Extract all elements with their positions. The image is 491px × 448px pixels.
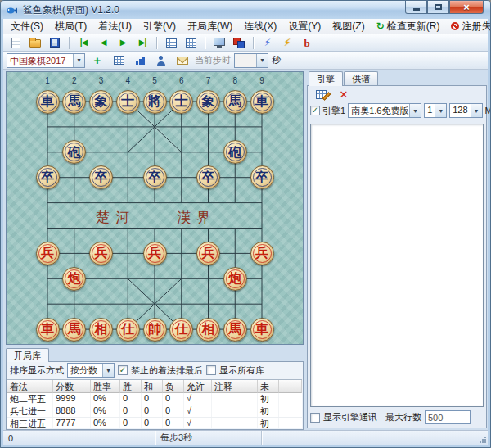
menu-item-engine[interactable]: 引擎(V)	[137, 19, 182, 34]
board-piece[interactable]: 士	[116, 90, 140, 114]
board-view-button[interactable]	[162, 35, 180, 51]
table-header-8[interactable]: 注释	[212, 380, 258, 393]
show-engine-comm-checkbox[interactable]	[310, 413, 320, 423]
board-piece[interactable]: 炮	[62, 267, 86, 291]
table-header-6[interactable]: 负	[163, 380, 184, 393]
engine-hash-combo[interactable]: 128 ▾	[449, 103, 482, 118]
engine1-checkbox[interactable]	[310, 106, 320, 115]
engine-output-list[interactable]	[310, 124, 484, 407]
board-piece[interactable]: 砲	[62, 140, 86, 164]
table-header-7[interactable]: 允许	[184, 380, 212, 393]
close-button[interactable]: ×	[449, 1, 484, 14]
board-piece[interactable]: 象	[196, 90, 220, 114]
step-time-combo[interactable]: — ▾	[234, 53, 268, 68]
board-piece[interactable]: 車	[250, 318, 274, 342]
engine-match-button[interactable]	[230, 35, 248, 51]
table-cell: √	[184, 393, 212, 405]
board-piece[interactable]: 相	[89, 318, 113, 342]
menu-item-moves[interactable]: 着法(U)	[92, 19, 137, 34]
board-piece[interactable]: 卒	[143, 165, 167, 189]
table-row[interactable]: 兵七进一88880%000√初	[7, 405, 302, 418]
max-lines-input[interactable]	[425, 410, 471, 424]
table-header-4[interactable]: 胜	[120, 380, 142, 393]
menu-item-check-update[interactable]: ↻检查更新(R)	[371, 19, 446, 34]
table-row[interactable]: 相三进五77770%000√初	[7, 418, 302, 428]
online-play-button[interactable]	[210, 35, 228, 51]
engine-go-button[interactable]: ⚡	[278, 35, 296, 51]
save-button[interactable]	[46, 35, 64, 51]
titlebar[interactable]: 鲨鱼象棋(界面) V1.2.0 ×	[1, 1, 490, 19]
board-piece[interactable]: 馬	[223, 318, 247, 342]
resize-grip[interactable]	[479, 436, 486, 443]
add-engine-button[interactable]	[312, 87, 330, 102]
edit-book-button[interactable]	[110, 52, 128, 68]
tab-score-sheet[interactable]: 供谱	[344, 71, 378, 86]
board-piece[interactable]: 帥	[143, 318, 167, 342]
last-move-button[interactable]: ▶|	[133, 35, 151, 51]
board-piece[interactable]: 將	[143, 90, 167, 114]
menu-item-online[interactable]: 连线(X)	[238, 19, 282, 34]
prev-move-button[interactable]: ◀	[94, 35, 112, 51]
board-piece[interactable]: 馬	[62, 318, 86, 342]
tab-opening-book[interactable]: 开局库	[6, 348, 49, 362]
board-piece[interactable]: 卒	[196, 165, 220, 189]
menu-item-label: 着法(U)	[98, 20, 132, 34]
menu-item-opening-book[interactable]: 开局库(W)	[182, 19, 238, 34]
next-move-button[interactable]: ▶	[114, 35, 132, 51]
first-move-button[interactable]: |◀	[74, 35, 92, 51]
board-piece[interactable]: 士	[169, 90, 193, 114]
board-piece[interactable]: 兵	[143, 242, 167, 265]
show-all-books-checkbox[interactable]	[206, 365, 216, 375]
flip-board-button[interactable]	[182, 35, 200, 51]
piece-label: 士	[175, 95, 188, 108]
menu-item-file[interactable]: 文件(S)	[5, 19, 49, 34]
engine-threads-combo[interactable]: 1 ▾	[424, 103, 447, 118]
board-piece[interactable]: 仕	[169, 318, 193, 342]
table-header-2[interactable]: 分数	[53, 380, 91, 393]
menu-item-settings[interactable]: 设置(Y)	[282, 19, 327, 34]
menu-item-game[interactable]: 棋局(T)	[49, 19, 92, 34]
engine-b-button[interactable]: b	[298, 35, 316, 51]
open-button[interactable]	[26, 35, 44, 51]
board-piece[interactable]: 卒	[36, 165, 60, 189]
board-piece[interactable]: 炮	[223, 267, 247, 291]
menu-item-register-failed[interactable]: 注册失败(Q)	[445, 19, 491, 34]
board-piece[interactable]: 車	[250, 90, 274, 114]
engine-name-combo[interactable]: 南奥1.6免费版 ▾	[348, 103, 421, 118]
board-piece[interactable]: 相	[196, 318, 220, 342]
board-piece[interactable]: 車	[36, 90, 60, 114]
board-piece[interactable]: 卒	[89, 165, 113, 189]
piece-label: 馬	[68, 323, 81, 336]
board-piece[interactable]: 卒	[250, 165, 274, 189]
sort-mode-combo[interactable]: 按分数 ▾	[67, 363, 115, 378]
message-button[interactable]	[173, 52, 191, 68]
table-header-1[interactable]: 着法	[7, 380, 53, 393]
forbidden-moves-last-checkbox[interactable]	[118, 365, 128, 375]
board-piece[interactable]: 馬	[62, 90, 86, 114]
table-row[interactable]: 炮二平五99990%000√初	[7, 393, 302, 405]
minimize-button[interactable]	[405, 1, 427, 14]
tab-engine[interactable]: 引擎	[309, 71, 343, 86]
board-piece[interactable]: 仕	[116, 318, 140, 342]
table-header-9[interactable]: 未	[258, 380, 279, 393]
engine-analyze-button[interactable]: ⚡	[259, 35, 277, 51]
board-piece[interactable]: 馬	[223, 90, 247, 114]
board-piece[interactable]: 象	[89, 90, 113, 114]
table-header-5[interactable]: 和	[142, 380, 163, 393]
remove-engine-button[interactable]: ✕	[335, 87, 353, 102]
board-piece[interactable]: 兵	[89, 242, 113, 265]
opening-book-combo[interactable]: 中国象棋2017 ▾	[7, 53, 85, 68]
board-piece[interactable]: 兵	[36, 242, 60, 265]
maximize-button[interactable]	[427, 1, 449, 14]
table-header-3[interactable]: 胜率	[91, 380, 120, 393]
board-piece[interactable]: 兵	[250, 242, 274, 265]
add-book-button[interactable]: +	[88, 52, 106, 68]
board-piece[interactable]: 砲	[223, 140, 247, 164]
menu-item-view[interactable]: 视图(Z)	[327, 19, 370, 34]
new-game-button[interactable]	[7, 35, 25, 51]
stats-button[interactable]	[131, 52, 149, 68]
board-piece[interactable]: 車	[36, 318, 60, 342]
chess-board[interactable]: 123456789楚河漢界 車馬象士將士象馬車砲砲卒卒卒卒卒兵兵兵兵兵炮炮車馬相…	[6, 71, 304, 345]
board-piece[interactable]: 兵	[196, 242, 220, 265]
player-button[interactable]	[152, 52, 170, 68]
